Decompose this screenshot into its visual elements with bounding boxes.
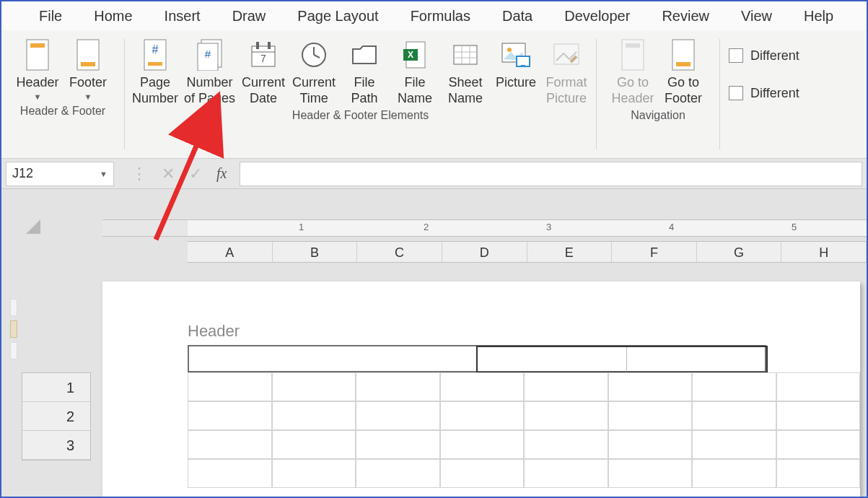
svg-text:#: #	[152, 43, 159, 56]
table-row[interactable]	[188, 459, 860, 488]
format-picture-label: Format Picture	[546, 75, 587, 106]
sheet-name-button[interactable]: Sheet Name	[440, 35, 491, 106]
current-date-button[interactable]: 7 Current Date	[238, 35, 289, 106]
header-center-section[interactable]	[476, 346, 768, 373]
select-all-icon[interactable]	[26, 219, 40, 234]
column-header[interactable]: B	[273, 242, 358, 262]
calendar-icon: 7	[247, 39, 279, 71]
svg-rect-13	[268, 42, 271, 49]
svg-text:7: 7	[260, 53, 266, 64]
menu-home[interactable]: Home	[78, 8, 148, 25]
column-header[interactable]: E	[527, 242, 613, 262]
sheet-name-label: Sheet Name	[448, 75, 483, 106]
footer-button[interactable]: Footer ▼	[63, 35, 113, 102]
menu-insert[interactable]: Insert	[149, 8, 216, 25]
menu-view[interactable]: View	[725, 8, 788, 25]
ruler-tick: 4	[669, 222, 674, 232]
picture-button[interactable]: Picture	[491, 35, 541, 106]
svg-rect-21	[454, 45, 477, 64]
ruler-tick: 2	[424, 222, 429, 232]
gutter-mark-selected	[10, 320, 17, 338]
file-path-button[interactable]: File Path	[339, 35, 390, 106]
group-label-elements: Header & Footer Elements	[292, 106, 429, 126]
page-preview: Header	[102, 281, 860, 497]
column-header[interactable]: G	[697, 242, 782, 262]
different-first-label: Different	[750, 48, 799, 64]
menu-page-layout[interactable]: Page Layout	[281, 8, 394, 25]
formula-input[interactable]	[240, 162, 862, 186]
footer-label: Footer	[69, 75, 107, 91]
current-date-label: Current Date	[242, 75, 285, 106]
group-label-navigation: Navigation	[631, 106, 685, 126]
ruler-tick: 1	[299, 222, 304, 232]
column-header[interactable]: H	[781, 242, 867, 262]
file-name-button[interactable]: X File Name	[390, 35, 440, 106]
page-gutter	[10, 299, 19, 364]
menu-help[interactable]: Help	[788, 8, 849, 25]
svg-rect-6	[148, 62, 162, 66]
fx-icon[interactable]: fx	[216, 165, 227, 182]
group-navigation: Go to Header Go to Footer Navigation	[597, 30, 719, 158]
header-region-label: Header	[188, 322, 240, 341]
table-row[interactable]	[188, 430, 860, 459]
menu-draw[interactable]: Draw	[216, 8, 282, 25]
group-header-footer: Header ▼ Footer ▼ Header & Footer	[1, 30, 124, 158]
row-headers: 1 2 3	[22, 372, 91, 460]
column-header[interactable]: A	[188, 242, 273, 262]
folder-icon	[348, 39, 380, 71]
horizontal-ruler: 1 2 3 4 5	[102, 219, 867, 237]
page-number-label: Page Number	[132, 75, 178, 106]
different-odd-even-label: Different	[750, 86, 799, 101]
checkbox-icon	[729, 86, 743, 100]
enter-icon[interactable]: ✓	[189, 165, 202, 183]
cell-grid[interactable]	[188, 372, 860, 497]
ribbon: Header ▼ Footer ▼ Header & Footer # Page…	[1, 30, 867, 159]
menu-review[interactable]: Review	[646, 8, 725, 25]
header-icon	[22, 39, 53, 71]
clock-icon	[298, 39, 330, 71]
svg-rect-3	[81, 62, 95, 66]
row-header[interactable]: 1	[22, 373, 90, 402]
cancel-icon[interactable]: ✕	[162, 165, 175, 183]
column-header[interactable]: C	[357, 242, 442, 262]
gutter-mark	[10, 299, 17, 316]
goto-footer-icon	[667, 39, 699, 71]
table-row[interactable]	[188, 372, 860, 401]
menu-bar: File Home Insert Draw Page Layout Formul…	[1, 1, 867, 30]
group-elements: # Page Number # Number of Pages 7 Curren…	[125, 30, 596, 158]
sheet-icon	[450, 39, 481, 71]
header-region[interactable]	[188, 345, 766, 372]
chevron-down-icon: ▼	[84, 92, 92, 102]
row-header[interactable]: 3	[22, 431, 90, 460]
menu-file[interactable]: File	[23, 8, 78, 25]
menu-data[interactable]: Data	[486, 8, 548, 25]
different-first-checkbox[interactable]: Different	[724, 43, 799, 68]
page-number-button[interactable]: # Page Number	[129, 35, 181, 106]
formula-bar: J12 ▼ ⋮ ✕ ✓ fx	[1, 159, 867, 189]
svg-rect-29	[521, 65, 525, 67]
svg-rect-12	[256, 42, 259, 49]
file-path-label: File Path	[351, 75, 378, 106]
drag-handle-icon[interactable]: ⋮	[131, 165, 147, 183]
column-header[interactable]: D	[442, 242, 527, 262]
current-time-button[interactable]: Current Time	[289, 35, 339, 106]
chevron-down-icon: ▼	[34, 92, 42, 102]
sheet-area: 1 2 3 4 5 A B C D E F G H Header	[1, 189, 867, 497]
name-box[interactable]: J12 ▼	[6, 162, 114, 186]
row-header[interactable]: 2	[22, 402, 90, 431]
column-header[interactable]: F	[612, 242, 697, 262]
ruler-tick: 3	[546, 222, 551, 232]
menu-formulas[interactable]: Formulas	[395, 8, 486, 25]
table-row[interactable]	[188, 401, 860, 430]
name-box-value: J12	[12, 166, 33, 181]
svg-rect-28	[517, 56, 530, 66]
picture-label: Picture	[496, 75, 536, 91]
svg-text:X: X	[408, 50, 413, 60]
header-button[interactable]: Header ▼	[12, 35, 63, 102]
menu-developer[interactable]: Developer	[548, 8, 646, 25]
svg-rect-1	[30, 43, 45, 48]
number-of-pages-button[interactable]: # Number of Pages	[181, 35, 238, 106]
different-odd-even-checkbox[interactable]: Different	[724, 81, 799, 105]
goto-footer-button[interactable]: Go to Footer	[658, 35, 709, 106]
chevron-down-icon: ▼	[100, 170, 108, 178]
